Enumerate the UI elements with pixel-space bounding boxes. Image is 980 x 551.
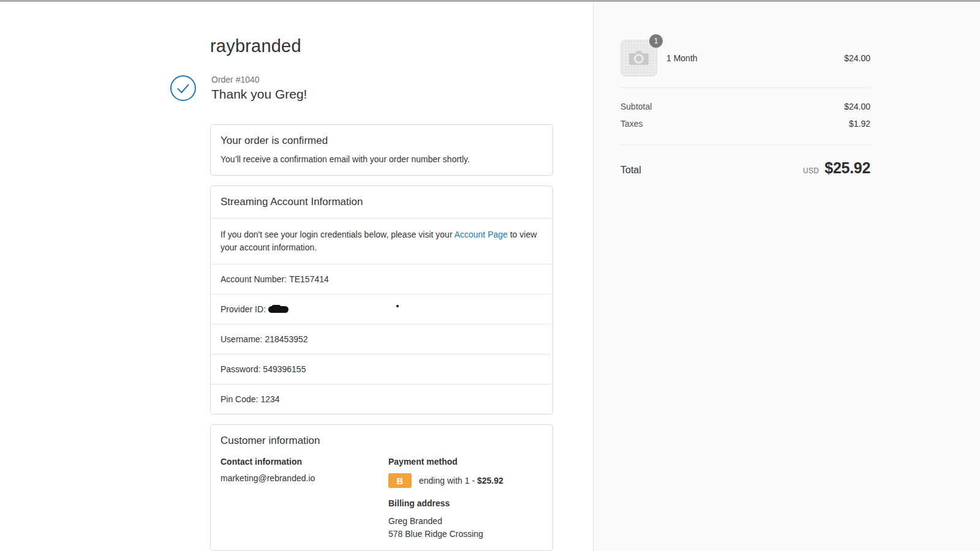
customer-information-card: Customer information Contact information… xyxy=(210,424,553,551)
main-content: raybranded Order #1040 Thank you Greg! Y… xyxy=(0,2,593,551)
payment-method-text: ending with 1 - $25.92 xyxy=(419,476,503,485)
customer-email: marketing@rebranded.io xyxy=(221,473,388,483)
subtotal-row: Subtotal $24.00 xyxy=(620,98,870,115)
provider-id-row: Provider ID: xyxy=(211,294,552,324)
order-confirmed-body: You’ll receive a confirmation email with… xyxy=(221,154,543,165)
order-confirmation-header: Order #1040 Thank you Greg! xyxy=(170,75,553,102)
streaming-account-card: Streaming Account Information If you don… xyxy=(210,186,553,414)
contact-information-column: Contact information marketing@rebranded.… xyxy=(221,457,388,541)
checkout-page: raybranded Order #1040 Thank you Greg! Y… xyxy=(0,2,980,551)
billing-street: 578 Blue Ridge Crossing xyxy=(388,528,543,541)
payment-amount: $25.92 xyxy=(477,476,503,485)
line-item-row: 1 1 Month $24.00 xyxy=(620,40,870,77)
password-row: Password:549396155 xyxy=(211,354,552,384)
info-label: Password: xyxy=(221,364,260,374)
payment-ending-text: ending with 1 - xyxy=(419,476,477,485)
redaction-mark xyxy=(268,306,288,313)
total-label: Total xyxy=(620,165,641,176)
payment-card-icon: B xyxy=(388,473,412,488)
subtotal-value: $24.00 xyxy=(844,102,870,111)
order-number: Order #1040 xyxy=(211,75,307,84)
info-label: Provider ID: xyxy=(221,304,266,314)
quantity-badge: 1 xyxy=(649,34,663,48)
info-value: 549396155 xyxy=(263,364,306,374)
contact-info-heading: Contact information xyxy=(221,457,388,467)
info-label: Pin Code: xyxy=(221,394,258,404)
streaming-card-title: Streaming Account Information xyxy=(221,196,543,208)
total-row: Total USD $25.92 xyxy=(620,145,870,177)
pin-code-row: Pin Code:1234 xyxy=(211,384,552,414)
payment-method-row: B ending with 1 - $25.92 xyxy=(388,473,543,488)
order-confirmed-card: Your order is confirmed You’ll receive a… xyxy=(210,124,553,176)
info-value: 218453952 xyxy=(265,334,307,344)
taxes-value: $1.92 xyxy=(849,119,870,129)
info-value: 1234 xyxy=(260,394,279,404)
account-number-row: Account Number:TE157414 xyxy=(211,264,552,294)
taxes-label: Taxes xyxy=(620,119,643,129)
product-thumbnail: 1 xyxy=(620,40,657,77)
order-header-text: Order #1040 Thank you Greg! xyxy=(211,75,307,102)
account-page-link[interactable]: Account Page xyxy=(454,230,508,239)
ink-dot-mark xyxy=(396,305,399,307)
billing-name: Greg Branded xyxy=(388,515,543,528)
info-label: Username: xyxy=(221,334,262,344)
camera-placeholder-icon xyxy=(628,49,650,67)
order-confirmed-title: Your order is confirmed xyxy=(221,135,543,147)
username-row: Username:218453952 xyxy=(211,324,552,354)
product-name: 1 Month xyxy=(666,53,844,63)
store-name: raybranded xyxy=(210,36,553,56)
info-value: TE157414 xyxy=(289,274,329,284)
product-price: $24.00 xyxy=(844,53,870,63)
subtotal-section: Subtotal $24.00 Taxes $1.92 xyxy=(620,88,870,144)
payment-billing-column: Payment method B ending with 1 - $25.92 … xyxy=(388,457,543,541)
billing-address-heading: Billing address xyxy=(388,498,543,508)
note-prefix: If you don't see your login credentials … xyxy=(221,230,454,239)
thank-you-message: Thank you Greg! xyxy=(211,87,307,102)
currency-code: USD xyxy=(803,167,819,175)
total-amount: $25.92 xyxy=(824,159,870,177)
payment-method-heading: Payment method xyxy=(388,457,543,467)
order-summary-sidebar: 1 1 Month $24.00 Subtotal $24.00 Taxes $… xyxy=(593,2,980,551)
taxes-row: Taxes $1.92 xyxy=(620,115,870,132)
credentials-note: If you don't see your login credentials … xyxy=(211,219,552,264)
customer-info-title: Customer information xyxy=(221,435,543,447)
info-label: Account Number: xyxy=(221,274,287,284)
subtotal-label: Subtotal xyxy=(620,102,652,111)
check-circle-icon xyxy=(170,75,197,102)
